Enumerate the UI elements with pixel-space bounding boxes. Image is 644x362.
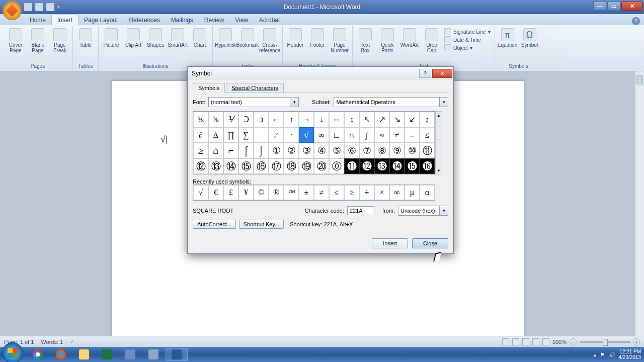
- symbol-cell[interactable]: ⑯: [254, 158, 269, 174]
- taskbar-explorer[interactable]: [73, 348, 95, 361]
- maximize-button[interactable]: ▭: [607, 2, 620, 11]
- symbol-cell[interactable]: ①: [269, 143, 284, 158]
- recent-symbol-cell[interactable]: √: [193, 185, 208, 200]
- blank-page-button[interactable]: Blank Page: [27, 27, 48, 54]
- header-button[interactable]: Header: [285, 27, 306, 54]
- tab-review[interactable]: Review: [199, 15, 229, 25]
- symbol-cell[interactable]: ↘: [389, 112, 405, 127]
- tab-symbols[interactable]: Symbols: [193, 83, 225, 93]
- vertical-scrollbar[interactable]: [635, 71, 644, 336]
- symbol-cell[interactable]: ⅞: [208, 112, 223, 127]
- text-box-button[interactable]: Text Box: [355, 27, 376, 54]
- zoom-out-button[interactable]: −: [570, 338, 577, 345]
- volume-icon[interactable]: 🔊: [609, 352, 615, 357]
- symbol-cell[interactable]: ⓮: [389, 158, 405, 174]
- taskbar-app2[interactable]: [142, 348, 165, 361]
- tab-mailings[interactable]: Mailings: [166, 15, 199, 25]
- font-select[interactable]: (normal text): [208, 97, 299, 107]
- view-outline-icon[interactable]: [532, 338, 539, 345]
- start-button[interactable]: [2, 342, 23, 362]
- symbol-cell[interactable]: ∑: [238, 127, 254, 143]
- equation-button[interactable]: πEquation: [497, 27, 518, 49]
- recent-symbol-cell[interactable]: ©: [254, 185, 269, 200]
- symbol-cell[interactable]: ⌡: [254, 143, 269, 158]
- window-close-button[interactable]: ✕: [621, 2, 642, 11]
- wordart-button[interactable]: WordArt: [399, 27, 420, 54]
- tab-home[interactable]: Home: [24, 15, 51, 25]
- dialog-help-button[interactable]: ?: [419, 69, 431, 78]
- tab-special-characters[interactable]: Special Characters: [226, 83, 284, 93]
- symbol-cell[interactable]: ⑤: [329, 143, 344, 158]
- tab-view[interactable]: View: [229, 15, 254, 25]
- symbol-cell[interactable]: ⑱: [284, 158, 299, 174]
- cross-reference-button[interactable]: Cross-reference: [259, 27, 280, 54]
- zoom-slider[interactable]: [580, 341, 630, 343]
- recent-symbol-cell[interactable]: €: [208, 185, 223, 200]
- symbol-cell[interactable]: ≥: [193, 143, 208, 158]
- quick-parts-button[interactable]: Quick Parts: [377, 27, 398, 54]
- symbol-cell[interactable]: ⑬: [208, 158, 223, 174]
- picture-button[interactable]: Picture: [101, 27, 122, 49]
- dialog-titlebar[interactable]: Symbol ? ✕: [188, 67, 453, 80]
- symbol-cell[interactable]: ⑭: [223, 158, 238, 174]
- recent-symbol-cell[interactable]: μ: [405, 185, 420, 200]
- symbol-cell[interactable]: √: [299, 127, 314, 143]
- symbol-cell[interactable]: ④: [314, 143, 329, 158]
- symbol-cell[interactable]: ≈: [374, 127, 389, 143]
- symbol-cell[interactable]: ≠: [389, 127, 405, 143]
- recent-symbol-cell[interactable]: ≠: [314, 185, 329, 200]
- symbol-cell[interactable]: ⑫: [193, 158, 208, 174]
- table-button[interactable]: Table: [75, 27, 96, 49]
- scrollbar-thumb[interactable]: [636, 75, 643, 84]
- symbol-cell[interactable]: ∕: [269, 127, 284, 143]
- view-web-layout-icon[interactable]: [522, 338, 529, 345]
- zoom-percent[interactable]: 100%: [552, 339, 567, 345]
- scroll-down-icon[interactable]: ▼: [436, 167, 442, 174]
- symbol-cell[interactable]: ⑮: [238, 158, 254, 174]
- symbol-cell[interactable]: ⑪: [420, 143, 435, 158]
- symbol-cell[interactable]: ↗: [374, 112, 389, 127]
- date-time-button[interactable]: Date & Time: [444, 36, 491, 43]
- symbol-cell[interactable]: ⑳: [314, 158, 329, 174]
- shapes-button[interactable]: Shapes: [145, 27, 166, 49]
- symbol-cell[interactable]: ⅟: [223, 112, 238, 127]
- help-icon[interactable]: ?: [632, 17, 640, 25]
- recent-symbols-grid[interactable]: √€£¥©®™±≠≤≥÷×∞μα: [193, 185, 435, 201]
- symbol-cell[interactable]: ↖: [359, 112, 374, 127]
- chart-button[interactable]: Chart: [189, 27, 210, 49]
- symbol-cell[interactable]: ⓪: [329, 158, 344, 174]
- symbol-cell[interactable]: ↄ: [254, 112, 269, 127]
- symbol-cell[interactable]: ⓭: [374, 158, 389, 174]
- symbol-cell[interactable]: ⑦: [359, 143, 374, 158]
- tab-references[interactable]: References: [123, 15, 165, 25]
- recent-symbol-cell[interactable]: ÷: [359, 185, 374, 200]
- recent-symbol-cell[interactable]: ∞: [389, 185, 405, 200]
- dialog-close-x-button[interactable]: ✕: [432, 69, 452, 78]
- from-select[interactable]: Unicode (hex): [398, 206, 448, 216]
- recent-symbol-cell[interactable]: ≥: [344, 185, 359, 200]
- charcode-input[interactable]: 221A: [347, 206, 374, 215]
- zoom-in-button[interactable]: +: [633, 338, 640, 345]
- tab-insert[interactable]: Insert: [51, 15, 78, 25]
- symbol-cell[interactable]: ②: [284, 143, 299, 158]
- qat-dropdown-icon[interactable]: ▾: [57, 5, 60, 10]
- symbol-cell[interactable]: −: [254, 127, 269, 143]
- symbol-cell[interactable]: ↑: [284, 112, 299, 127]
- tab-page-layout[interactable]: Page Layout: [78, 15, 123, 25]
- taskbar-word[interactable]: [166, 348, 188, 361]
- symbol-cell[interactable]: ③: [299, 143, 314, 158]
- symbol-cell[interactable]: ∂: [193, 127, 208, 143]
- hyperlink-button[interactable]: Hyperlink: [215, 27, 236, 54]
- insert-button[interactable]: Insert: [372, 238, 408, 248]
- recent-symbol-cell[interactable]: ™: [284, 185, 299, 200]
- symbol-cell[interactable]: ←: [269, 112, 284, 127]
- symbol-cell[interactable]: ⑰: [269, 158, 284, 174]
- symbol-cell[interactable]: ≡: [405, 127, 420, 143]
- symbol-cell[interactable]: ⑧: [374, 143, 389, 158]
- symbol-cell[interactable]: ∫: [359, 127, 374, 143]
- status-words[interactable]: Words: 1: [41, 339, 63, 345]
- symbol-cell[interactable]: ⑥: [344, 143, 359, 158]
- page-break-button[interactable]: Page Break: [49, 27, 70, 54]
- signature-line-button[interactable]: Signature Line ▾: [444, 28, 491, 35]
- symbol-cell[interactable]: ⓫: [344, 158, 359, 174]
